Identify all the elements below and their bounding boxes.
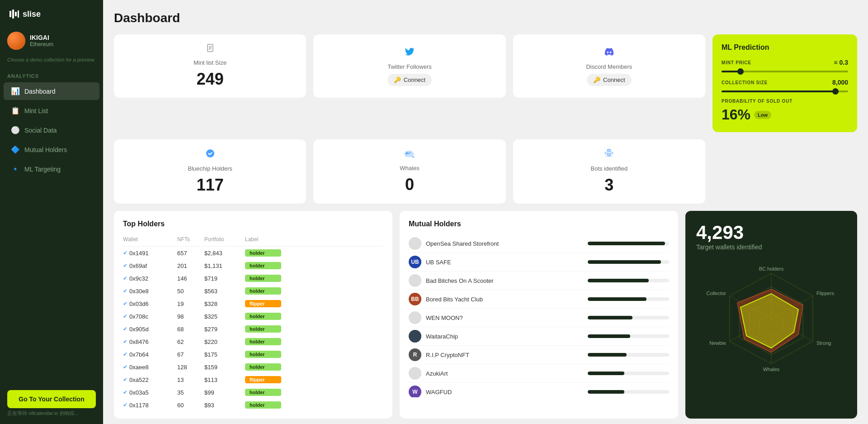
svg-text:BC holders: BC holders <box>759 266 784 272</box>
mutual-scroll[interactable]: OpenSea Shared Storefront UB UB SAFE Bad… <box>409 234 669 397</box>
bots-value: 3 <box>604 176 613 195</box>
mutual-bar-container <box>588 372 669 375</box>
verified-icon: ✔ <box>123 364 127 370</box>
mutual-bar-container <box>588 260 669 264</box>
nfts-value: 98 <box>177 313 204 320</box>
wallet-addr: ✔ 0x03a5 <box>123 389 177 396</box>
sidebar-item-dashboard[interactable]: 📊 Dashboard <box>4 82 99 100</box>
wallet-addr: ✔ 0x03d6 <box>123 300 177 307</box>
nfts-value: 657 <box>177 250 204 257</box>
sidebar-item-mint-list[interactable]: 📋 Mint List <box>4 102 99 119</box>
bots-label: Bots identified <box>590 165 627 172</box>
mint-price-value: ≡ 0.3 <box>834 59 848 66</box>
table-row: ✔ 0x9c32 146 $719 holder <box>123 272 383 285</box>
holders-scroll[interactable]: ✔ 0x1491 657 $2,843 holder ✔ 0x69af 201 … <box>123 247 383 410</box>
nfts-value: 128 <box>177 364 204 371</box>
wallet-addr: ✔ 0x1178 <box>123 402 177 409</box>
sidebar-item-dashboard-label: Dashboard <box>24 88 56 95</box>
sidebar-item-social-data-label: Social Data <box>24 127 57 134</box>
collection-size-slider[interactable] <box>722 91 848 92</box>
discord-connect-button[interactable]: 🔑 Connect <box>587 74 631 86</box>
list-item: OpenSea Shared Storefront <box>409 234 669 253</box>
mutual-logo <box>409 367 421 380</box>
mutual-bar-container <box>588 353 669 357</box>
app-logo: slise <box>0 0 103 26</box>
list-item: AzukiArt <box>409 364 669 383</box>
radar-panel: 4,293 Target wallets identified <box>685 211 857 419</box>
logo-icon <box>9 9 19 19</box>
table-row: ✔ 0xaee8 128 $159 holder <box>123 361 383 373</box>
sidebar-bottom: Go To Your Collection 正在等待 nftcalendar.i… <box>0 383 103 424</box>
ml-targeting-icon: 🔹 <box>11 165 20 173</box>
label-badge: holder <box>245 262 281 269</box>
table-row: ✔ 0x69af 201 $1,131 holder <box>123 259 383 272</box>
nfts-value: 67 <box>177 351 204 358</box>
main-content: Dashboard Mint list Size 249 T <box>103 0 868 424</box>
wallet-addr: ✔ 0x69af <box>123 262 177 269</box>
stats-row-2: Bluechip Holders 117 Whales 0 <box>114 139 857 204</box>
verified-icon: ✔ <box>123 389 127 395</box>
wallet-value: 0x8476 <box>129 338 149 345</box>
mutual-bar-container <box>588 279 669 282</box>
bluechip-label: Bluechip Holders <box>188 165 232 172</box>
svg-rect-0 <box>9 11 11 17</box>
mint-price-label: MINT PRICE <box>722 60 751 65</box>
nfts-value: 68 <box>177 326 204 333</box>
connect-key-icon: 🔑 <box>394 76 401 83</box>
user-section: IKIGAI Ethereum <box>0 26 103 55</box>
mutual-name: R.I.P CryptoNFT <box>426 352 583 358</box>
mutual-holders-panel: Mutual Holders OpenSea Shared Storefront… <box>400 211 678 419</box>
nfts-value: 13 <box>177 376 204 383</box>
portfolio-value: $99 <box>204 389 245 396</box>
label-badge: holder <box>245 313 281 320</box>
list-item: UB UB SAFE <box>409 253 669 272</box>
status-bar: 正在等待 nftcalendar.io 的响应... <box>7 408 96 417</box>
mutual-bar <box>588 372 624 375</box>
dashboard-icon: 📊 <box>11 87 20 95</box>
discord-key-icon: 🔑 <box>593 76 600 83</box>
twitter-connect-button[interactable]: 🔑 Connect <box>387 74 432 86</box>
wallet-value: 0x03d6 <box>129 300 149 307</box>
wallet-value: 0x1178 <box>129 402 149 409</box>
wallet-value: 0x03a5 <box>129 389 149 396</box>
top-holders-panel: Top Holders Wallet NFTs Portfolio Label … <box>114 211 392 419</box>
whales-card: Whales 0 <box>313 139 505 204</box>
mint-list-card: Mint list Size 249 <box>114 34 306 98</box>
wallet-value: 0x905d <box>129 326 149 333</box>
svg-text:Whales: Whales <box>763 367 780 372</box>
bots-card: Bots identified 3 <box>513 139 705 204</box>
mint-list-icon: 📋 <box>11 106 20 115</box>
mutual-logo <box>409 274 421 287</box>
table-row: ✔ 0x03d6 19 $328 flipper <box>123 297 383 310</box>
list-item: WEN MOON? <box>409 309 669 327</box>
nav-section-label: ANALYTICS <box>0 68 103 81</box>
sidebar-item-ml-targeting[interactable]: 🔹 ML Targeting <box>4 160 99 178</box>
svg-rect-11 <box>608 149 610 151</box>
mutual-bar-container <box>588 316 669 319</box>
mutual-bar-container <box>588 242 669 245</box>
portfolio-value: $2,843 <box>204 250 245 257</box>
svg-point-13 <box>609 153 611 155</box>
bluechip-icon <box>205 148 215 161</box>
label-badge: holder <box>245 249 281 257</box>
sidebar-item-social-data[interactable]: ⚪ Social Data <box>4 121 99 139</box>
mutual-bar <box>588 242 665 245</box>
user-name: IKIGAI <box>30 34 53 41</box>
wallet-value: 0x7b64 <box>129 351 149 358</box>
prob-badge: Low <box>754 111 771 119</box>
portfolio-value: $279 <box>204 326 245 333</box>
sidebar-item-mutual-holders[interactable]: 🔷 Mutual Holders <box>4 141 99 158</box>
mutual-logo <box>409 330 421 343</box>
goto-collection-button[interactable]: Go To Your Collection <box>7 390 96 408</box>
verified-icon: ✔ <box>123 300 127 307</box>
nfts-value: 35 <box>177 389 204 396</box>
wallet-addr: ✔ 0xa522 <box>123 376 177 383</box>
table-row: ✔ 0x1178 60 $93 holder <box>123 399 383 410</box>
wallet-value: 0x69af <box>129 262 147 269</box>
svg-rect-1 <box>12 10 14 19</box>
collection-size-value: 8,000 <box>832 79 848 86</box>
mint-price-slider[interactable] <box>722 71 848 72</box>
prob-label: PROBABILITY OF SOLD OUT <box>722 99 848 104</box>
mutual-bar <box>588 390 624 394</box>
discord-connect-label: Connect <box>603 76 625 83</box>
